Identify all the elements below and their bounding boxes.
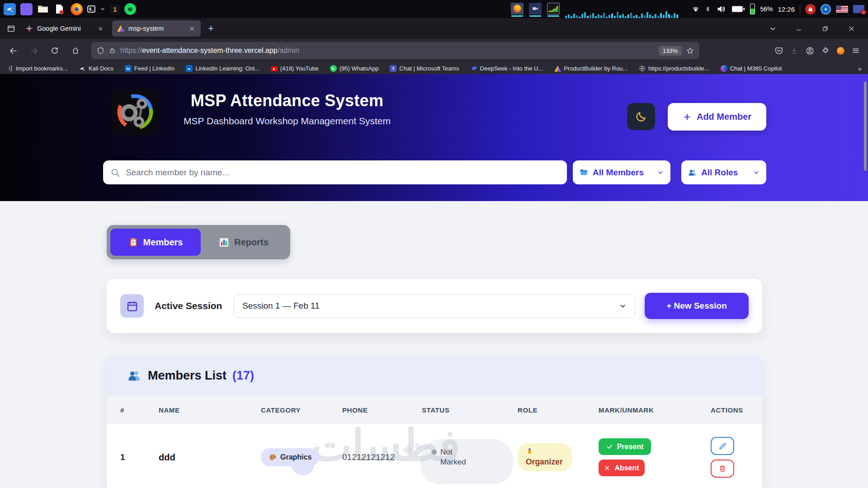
new-tab-button[interactable]: +	[203, 23, 218, 34]
battery-icon[interactable]	[731, 5, 745, 13]
search-bar	[103, 160, 567, 184]
clipboard-icon	[128, 237, 138, 248]
downloads-icon[interactable]	[790, 47, 798, 55]
bookmark-star-icon[interactable]	[686, 47, 694, 55]
app-header: MSP Attendance System MSP Dashboard Work…	[0, 74, 868, 201]
home-button[interactable]	[69, 44, 82, 57]
menu-button[interactable]	[852, 47, 860, 55]
members-list-title: Members List	[148, 369, 226, 383]
firefox-launcher-icon[interactable]	[71, 3, 83, 15]
bookmark-item[interactable]: (418) YouTube	[271, 65, 319, 72]
bookmark-item[interactable]: in Feed | LinkedIn	[125, 65, 175, 72]
chevron-down-icon[interactable]	[100, 6, 105, 12]
absent-button[interactable]: Absent	[599, 460, 645, 476]
present-button[interactable]: Present	[599, 438, 651, 455]
camera-window-thumbnail[interactable]	[529, 1, 542, 17]
col-phone: PHONE	[342, 406, 422, 414]
folder-icon	[579, 168, 589, 177]
bookmark-item[interactable]: DeepSeek - Into the U...	[471, 65, 543, 72]
lock-tray-icon[interactable]	[805, 4, 816, 14]
addon-icon[interactable]	[837, 47, 844, 55]
firefox-window-thumbnail[interactable]	[511, 1, 524, 17]
bookmark-item[interactable]: ▸ LinkedIn Learning: Onl...	[186, 65, 259, 72]
col-name: NAME	[159, 406, 261, 414]
edit-button[interactable]	[711, 437, 734, 455]
members-filter-dropdown[interactable]: All Members	[573, 160, 670, 184]
search-input[interactable]	[126, 168, 560, 178]
bookmark-item[interactable]: Chat | M365 Copilot	[721, 65, 782, 72]
productbuilder-icon	[554, 66, 561, 72]
session-tray-icon[interactable]	[821, 4, 831, 14]
screenshare-tray-icon[interactable]	[853, 5, 864, 13]
tab-members[interactable]: Members	[110, 229, 201, 256]
col-index: #	[120, 406, 159, 414]
bookmark-item[interactable]: (95) WhatsApp	[330, 65, 379, 72]
people-icon	[127, 369, 142, 382]
bookmark-item[interactable]: Import bookmarks...	[6, 65, 68, 72]
pocket-icon[interactable]	[775, 47, 783, 55]
page-subtitle: MSP Dashboard Workshop Management System	[136, 116, 439, 127]
us-flag-icon[interactable]	[836, 5, 848, 13]
member-phone: 01212121212	[342, 452, 422, 462]
linkedin-learning-icon: ▸	[186, 65, 193, 72]
url-bar[interactable]: https://event-attendance-system-three.ve…	[91, 42, 699, 59]
table-row: فطسات 1 ddd Graphics 01212121212 Not Mar…	[107, 424, 762, 488]
document-icon[interactable]	[54, 3, 66, 15]
volume-icon[interactable]	[716, 4, 726, 14]
spotify-icon[interactable]	[124, 3, 136, 15]
clock[interactable]: 12:26	[778, 5, 795, 13]
firefox-view-icon[interactable]	[4, 21, 18, 36]
new-session-button[interactable]: + New Session	[645, 293, 749, 319]
chart-window-thumbnail[interactable]	[547, 1, 560, 17]
bookmark-item[interactable]: Kali Docs	[79, 65, 113, 72]
app-grid-icon[interactable]	[20, 3, 33, 15]
tab-msp-system[interactable]: msp-system	[112, 20, 201, 37]
tab-reports[interactable]: Reports	[201, 229, 287, 256]
kali-icon	[79, 65, 86, 72]
extensions-icon[interactable]	[821, 47, 830, 55]
page-scrollbar[interactable]	[864, 81, 867, 171]
copilot-icon	[721, 65, 727, 72]
workspace-indicator[interactable]: 1	[110, 5, 120, 14]
search-icon	[110, 168, 120, 178]
people-icon	[688, 168, 697, 177]
bluetooth-icon[interactable]	[705, 5, 711, 13]
close-window-button[interactable]	[844, 22, 858, 35]
roles-filter-dropdown[interactable]: All Roles	[681, 160, 766, 184]
close-tab-icon[interactable]	[96, 24, 104, 33]
file-manager-icon[interactable]	[37, 3, 49, 15]
list-tabs-chevron-icon[interactable]	[766, 22, 779, 35]
wifi-icon[interactable]	[692, 6, 700, 12]
lock-icon[interactable]	[109, 47, 116, 54]
bookmark-item[interactable]: https://productsbuilde...	[639, 65, 709, 72]
zoom-level-badge[interactable]: 133%	[659, 46, 682, 56]
session-label: Active Session	[155, 300, 234, 311]
session-select[interactable]: Session 1 — Feb 11	[234, 294, 635, 318]
bookmark-item[interactable]: T Chat | Microsoft Teams	[390, 65, 459, 72]
maximize-button[interactable]	[818, 22, 832, 35]
delete-button[interactable]	[711, 460, 734, 478]
kali-menu-icon[interactable]	[4, 3, 16, 15]
audio-visualizer	[565, 8, 678, 18]
back-button[interactable]	[6, 44, 20, 57]
dark-mode-toggle[interactable]	[627, 103, 655, 130]
browser-tab-bar: Google Gemini msp-system +	[0, 18, 868, 39]
account-icon[interactable]	[806, 47, 814, 55]
teams-icon: T	[390, 65, 396, 72]
bookmarks-bar: Import bookmarks... Kali Docs in Feed | …	[0, 62, 868, 74]
minimize-button[interactable]	[792, 22, 806, 35]
col-category: CATEGORY	[261, 406, 342, 414]
tab-label: msp-system	[128, 25, 184, 32]
url-text[interactable]: https://event-attendance-system-three.ve…	[120, 47, 299, 55]
bookmarks-overflow-chevron[interactable]: »	[858, 65, 862, 72]
shield-icon[interactable]	[97, 47, 104, 55]
add-member-button[interactable]: Add Member	[668, 103, 766, 131]
calendar-icon	[120, 294, 144, 318]
terminal-icon[interactable]: $_	[87, 5, 95, 13]
close-tab-icon[interactable]	[188, 24, 196, 33]
tab-google-gemini[interactable]: Google Gemini	[21, 20, 109, 37]
globe-icon	[639, 65, 646, 72]
forward-button[interactable]	[27, 44, 41, 57]
reload-button[interactable]	[48, 44, 61, 57]
bookmark-item[interactable]: ProductBuilder by Rou...	[554, 65, 627, 72]
